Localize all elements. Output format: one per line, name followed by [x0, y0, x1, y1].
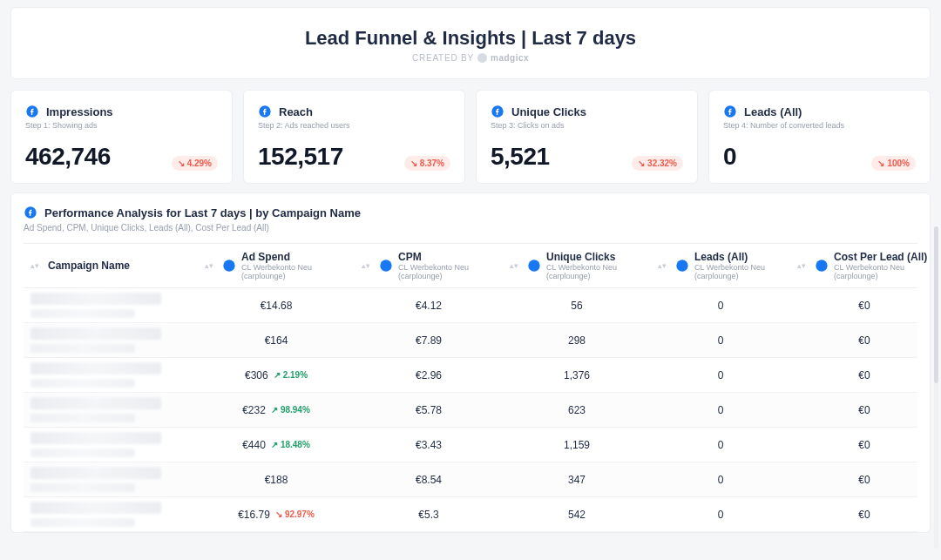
kpi-delta-badge: ↘ 4.29% [172, 156, 218, 171]
facebook-icon [675, 259, 689, 273]
cell-cpm: €5.3 [355, 509, 503, 521]
sort-icon[interactable]: ▴▾ [797, 263, 806, 269]
svg-point-4 [816, 260, 827, 271]
cell-cpm: €8.54 [355, 474, 503, 486]
kpi-card-unique-clicks: Unique Clicks Step 3: Clicks on ads 5,52… [476, 90, 698, 184]
table-row[interactable]: €16.79↘92.97%€5.35420€0 [24, 497, 917, 532]
facebook-icon [222, 259, 236, 273]
kpi-delta-badge: ↘ 8.37% [404, 156, 450, 171]
trend-up-icon: ↗ [271, 405, 278, 415]
cell-unique-clicks: 1,376 [503, 369, 651, 381]
table-row[interactable]: €306↗2.19%€2.961,3760€0 [24, 358, 917, 393]
sort-icon[interactable]: ▴▾ [658, 263, 667, 269]
value-text: €4.12 [416, 300, 442, 312]
cell-ad-spend: €164 [198, 334, 355, 347]
sort-icon[interactable]: ▴▾ [362, 263, 370, 269]
value-text: 1,376 [564, 369, 590, 381]
brand-name: madgicx [491, 53, 529, 63]
col-header-cpl[interactable]: ▴▾ Cost Per Lead (All) CL Werbekonto Neu… [790, 251, 938, 280]
col-label: Unique Clicks [546, 251, 644, 263]
kpi-delta-badge: ↘ 32.32% [632, 156, 683, 171]
col-sublabel: CL Werbekonto Neu (carplounge) [834, 263, 931, 280]
created-by-line: CREATED BY madgicx [11, 53, 930, 63]
delta-value: 18.48% [281, 440, 310, 449]
cell-cpm: €5.78 [355, 404, 503, 416]
cell-cost-per-lead: €0 [790, 404, 938, 416]
redacted-text [30, 449, 135, 457]
cell-leads: 0 [651, 300, 790, 312]
svg-point-1 [380, 260, 391, 271]
value-text: €0 [858, 439, 870, 451]
cell-ad-spend: €188 [198, 474, 355, 486]
col-header-campaign[interactable]: ▴▾ Campaign Name [24, 260, 198, 272]
cell-unique-clicks: 347 [503, 474, 651, 486]
kpi-delta-value: 4.29% [187, 159, 212, 168]
cell-leads: 0 [651, 334, 790, 347]
sort-icon[interactable]: ▴▾ [205, 263, 213, 269]
delta-inline: ↗18.48% [271, 440, 310, 449]
cell-leads: 0 [651, 404, 790, 416]
redacted-text [30, 432, 161, 444]
delta-value: 92.97% [285, 509, 315, 519]
col-sublabel: CL Werbekonto Neu (carplounge) [694, 263, 783, 280]
kpi-delta-badge: ↘ 100% [871, 156, 916, 171]
cell-cost-per-lead: €0 [790, 300, 938, 312]
cell-leads: 0 [651, 474, 790, 486]
value-text: 0 [718, 334, 724, 347]
cell-ad-spend: €14.68 [198, 300, 355, 312]
kpi-step: Step 1: Showing ads [25, 121, 218, 130]
table-row[interactable]: €164€7.892980€0 [24, 323, 917, 358]
table-row[interactable]: €14.68€4.12560€0 [24, 288, 917, 323]
cell-cost-per-lead: €0 [790, 474, 938, 486]
scrollbar-thumb[interactable] [934, 226, 938, 383]
cell-campaign-name [24, 293, 198, 318]
col-sublabel: CL Werbekonto Neu (carplounge) [398, 263, 496, 280]
value-text: €2.96 [416, 369, 442, 381]
col-header-leads[interactable]: ▴▾ Leads (All) CL Werbekonto Neu (carplo… [651, 251, 790, 280]
cell-campaign-name [24, 327, 198, 353]
col-header-ad-spend[interactable]: ▴▾ Ad Spend CL Werbekonto Neu (carploung… [198, 251, 355, 280]
value-text: €0 [858, 474, 870, 486]
scrollbar-vertical[interactable] [934, 226, 938, 549]
kpi-delta-value: 8.37% [420, 159, 444, 168]
redacted-text [30, 502, 161, 514]
col-sublabel: CL Werbekonto Neu (carplounge) [241, 263, 348, 280]
redacted-text [30, 344, 135, 353]
brand-dot-icon [477, 53, 487, 63]
svg-point-0 [223, 260, 234, 271]
delta-inline: ↗2.19% [274, 370, 308, 380]
value-text: 0 [718, 300, 724, 312]
cell-cost-per-lead: €0 [790, 439, 938, 451]
table-row[interactable]: €232↗98.94%€5.786230€0 [24, 393, 917, 428]
table-row[interactable]: €188€8.543470€0 [24, 462, 917, 497]
redacted-text [30, 309, 135, 318]
cell-cost-per-lead: €0 [790, 369, 938, 381]
value-text: €8.54 [416, 474, 442, 486]
cell-campaign-name [24, 467, 198, 492]
svg-point-2 [528, 260, 539, 271]
cell-leads: 0 [651, 369, 790, 381]
value-text: €0 [858, 369, 870, 381]
kpi-card-leads: Leads (All) Step 4: Number of converted … [708, 90, 931, 184]
kpi-value: 0 [723, 143, 736, 171]
value-text: 1,159 [564, 439, 590, 451]
col-header-unique-clicks[interactable]: ▴▾ Unique Clicks CL Werbekonto Neu (carp… [503, 251, 651, 280]
kpi-title: Impressions [46, 105, 113, 118]
col-header-cpm[interactable]: ▴▾ CPM CL Werbekonto Neu (carplounge) [355, 251, 503, 280]
sort-icon[interactable]: ▴▾ [510, 263, 518, 269]
kpi-delta-value: 100% [887, 159, 910, 168]
facebook-icon [24, 206, 37, 219]
facebook-icon [815, 259, 829, 273]
cell-ad-spend: €440↗18.48% [198, 439, 355, 451]
table-row[interactable]: €440↗18.48%€3.431,1590€0 [24, 428, 917, 462]
redacted-text [30, 293, 161, 305]
value-text: €0 [858, 334, 870, 347]
redacted-text [30, 362, 161, 374]
facebook-icon [25, 105, 39, 118]
redacted-text [30, 327, 161, 340]
sort-icon[interactable]: ▴▾ [30, 263, 39, 269]
value-text: 0 [718, 439, 724, 451]
table-body: €14.68€4.12560€0€164€7.892980€0€306↗2.19… [24, 288, 917, 532]
facebook-icon [723, 105, 737, 118]
kpi-value: 462,746 [25, 143, 111, 171]
